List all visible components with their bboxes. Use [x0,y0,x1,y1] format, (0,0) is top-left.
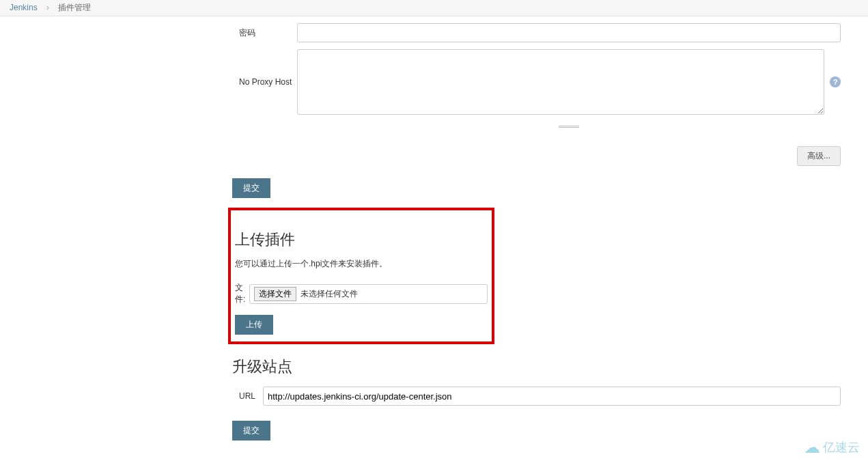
watermark-text: 亿速云 [823,439,860,456]
site-submit-button[interactable]: 提交 [232,421,270,441]
advanced-button[interactable]: 高级... [797,146,841,166]
password-label: 密码 [232,27,297,39]
help-icon[interactable]: ? [830,76,841,87]
main-content: 密码 No Proxy Host ? 高级... 提交 上传插件 您可以通过上传… [232,23,841,441]
cloud-icon: ☁ [804,438,820,457]
password-input[interactable] [297,23,841,42]
choose-file-button[interactable]: 选择文件 [254,287,296,301]
password-row: 密码 [232,23,841,42]
advanced-row: 高级... [232,146,841,166]
resize-handle-icon[interactable] [297,120,841,130]
breadcrumb-bar: Jenkins › 插件管理 [0,0,868,16]
site-heading: 升级站点 [232,357,841,377]
url-input[interactable] [263,387,841,406]
url-row: URL [232,387,841,406]
upload-heading: 上传插件 [235,229,488,250]
noproxy-row: No Proxy Host ? [232,49,841,115]
noproxy-textarea[interactable] [297,49,824,115]
file-input-wrap[interactable]: 选择文件 未选择任何文件 [249,284,488,304]
breadcrumb-current: 插件管理 [58,3,91,12]
upload-button[interactable]: 上传 [235,315,273,335]
upload-highlight-box: 上传插件 您可以通过上传一个.hpi文件来安装插件。 文件: 选择文件 未选择任… [228,208,494,344]
upload-desc: 您可以通过上传一个.hpi文件来安装插件。 [235,258,488,270]
file-label: 文件: [235,282,245,305]
file-row: 文件: 选择文件 未选择任何文件 [235,282,488,305]
url-label: URL [232,391,263,401]
file-status-text: 未选择任何文件 [300,288,358,300]
chevron-right-icon: › [46,3,49,12]
breadcrumb-root[interactable]: Jenkins [10,3,38,12]
watermark: ☁ 亿速云 [804,438,860,457]
noproxy-label: No Proxy Host [232,77,297,87]
proxy-submit-button[interactable]: 提交 [232,178,270,198]
